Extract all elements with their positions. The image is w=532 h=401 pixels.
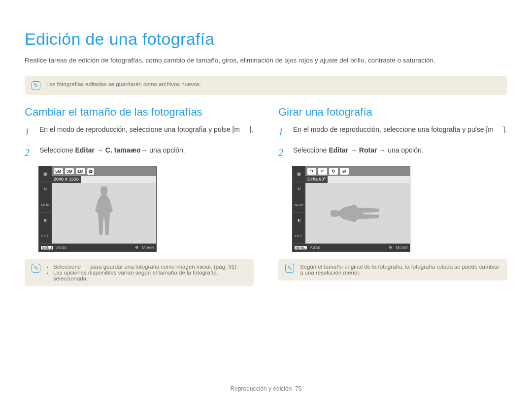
- sidebar-icon: ▦: [39, 166, 52, 182]
- heading-rotate: Girar una fotografía: [278, 106, 507, 119]
- step-number-2: 2: [25, 145, 33, 160]
- note-top: ✎ Las fotografías editadas se guardarán …: [25, 76, 507, 95]
- page-footer: Reproducción y edición 75: [0, 385, 532, 392]
- size-chip: 1M: [76, 168, 85, 174]
- sidebar-icon: OFF: [293, 228, 305, 244]
- rotate-options-bar: ↷ ↶ ↻ ⇄: [305, 166, 410, 176]
- step2-text: Seleccione Editar → C. tamaæo→ una opció…: [39, 145, 185, 160]
- step-number-2: 2: [278, 145, 287, 160]
- sidebar-icon: ↻: [39, 182, 52, 197]
- photo-silhouette-rotated: [331, 199, 385, 228]
- rotate-left-icon: ↶: [318, 168, 327, 175]
- size-chip: 3M: [65, 168, 74, 174]
- note-left: ✎ Seleccione para guardar una fotografía…: [25, 259, 254, 286]
- step1-text: En el modo de reproducción, seleccione u…: [293, 124, 507, 139]
- dpad-icon: ✥: [389, 245, 393, 250]
- step2-text: Seleccione Editar → Rotar → una opción.: [293, 145, 424, 160]
- step1-text: En el modo de reproducción, seleccione u…: [39, 124, 253, 139]
- move-label: Mover: [142, 245, 154, 250]
- rotation-label: Dcha 90°: [305, 176, 328, 183]
- note-top-text: Las fotografías editadas se guardarán co…: [46, 81, 201, 87]
- rotate-180-icon: ↻: [329, 168, 338, 175]
- step-number-1: 1: [25, 124, 33, 139]
- rotate-right-icon: ↷: [307, 168, 316, 175]
- camera-screenshot-rotate: ▦ ↻ NOR ◐ OFF ↷ ↶ ↻ ⇄ Dcha 90° MENU: [292, 166, 410, 252]
- sidebar-icon: ◐: [39, 213, 52, 228]
- sidebar-icon: OFF: [39, 228, 52, 244]
- step-number-1: 1: [278, 124, 287, 139]
- sidebar-icon: NOR: [39, 197, 52, 213]
- size-chip: 5M: [54, 168, 63, 174]
- note-left-item: Las opciones disponibles varían según el…: [53, 270, 247, 281]
- size-chip-icon: ✿: [87, 168, 94, 175]
- flip-icon: ⇄: [340, 168, 349, 175]
- column-rotate: Girar una fotografía 1 En el modo de rep…: [278, 106, 507, 286]
- back-label: Atrás: [56, 245, 66, 250]
- page-title: Edición de una fotografía: [25, 30, 507, 49]
- back-label: Atrás: [310, 245, 320, 250]
- dpad-icon: ✥: [135, 245, 139, 250]
- note-right: ✎ Según el tamaño original de la fotogra…: [278, 259, 507, 280]
- column-resize: Cambiar el tamaño de las fotografías 1 E…: [25, 106, 254, 286]
- sidebar-icon: ↻: [293, 182, 305, 197]
- move-label: Mover: [396, 245, 408, 250]
- note-icon: ✎: [285, 264, 294, 273]
- note-right-text: Según el tamaño original de la fotografí…: [300, 264, 500, 276]
- menu-icon: MENU: [41, 246, 53, 249]
- note-icon: ✎: [32, 81, 40, 90]
- note-icon: ✎: [32, 264, 40, 273]
- camera-screenshot-resize: ▦ ↻ NOR ◐ OFF 5M 3M 1M ✿ 2048 X 1536: [38, 166, 157, 252]
- intro-text: Realice tareas de edición de fotografías…: [25, 56, 507, 65]
- resolution-label: 2048 X 1536: [52, 176, 81, 183]
- note-left-item: Seleccione para guardar una fotografía c…: [53, 264, 247, 270]
- resize-options-bar: 5M 3M 1M ✿: [52, 166, 156, 176]
- sidebar-icon: ◐: [293, 213, 305, 228]
- heading-resize: Cambiar el tamaño de las fotografías: [25, 106, 254, 119]
- menu-icon: MENU: [295, 246, 307, 249]
- sidebar-icon: ▦: [293, 166, 305, 182]
- photo-silhouette-standing: [89, 186, 119, 241]
- sidebar-icon: NOR: [293, 197, 305, 213]
